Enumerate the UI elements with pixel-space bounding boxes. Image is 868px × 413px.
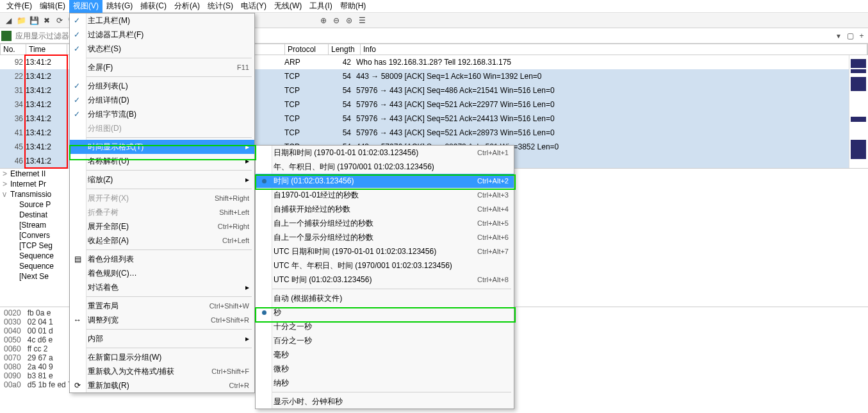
view-menu-item[interactable]: ✓状态栏(S) [70, 42, 254, 56]
time-format-submenu[interactable]: 日期和时间 (1970-01-01 01:02:03.123456)Ctrl+A… [255, 145, 514, 409]
menu-2[interactable]: 视图(V) [69, 0, 102, 13]
col-proto-header[interactable]: Protocol [285, 44, 329, 55]
time-menu-item[interactable]: 自上一个显示分组经过的秒数Ctrl+Alt+6 [256, 230, 514, 244]
view-menu-item[interactable]: 着色规则(C)… [70, 266, 254, 280]
save-icon[interactable]: 💾 [28, 15, 40, 26]
menu-1[interactable]: 编辑(E) [36, 0, 69, 13]
time-menu-item[interactable]: 自动 (根据捕获文件) [256, 291, 514, 305]
time-menu-item[interactable]: UTC 年、年积日、时间 (1970/001 01:02:03.123456) [256, 258, 514, 273]
view-menu-item[interactable]: 名称解析(U)▸ [70, 154, 254, 168]
time-menu-item[interactable]: 百分之一秒 [256, 333, 514, 348]
menu-5[interactable]: 分析(A) [170, 0, 204, 13]
time-menu-item[interactable]: 自1970-01-01经过的秒数Ctrl+Alt+3 [256, 188, 514, 202]
col-len-header[interactable]: Length [329, 44, 361, 55]
time-menu-item[interactable]: 十分之一秒 [256, 319, 514, 333]
time-menu-item[interactable]: 时间 (01:02:03.123456)Ctrl+Alt+2 [256, 174, 514, 188]
view-menu-item[interactable]: 收起全部(A)Ctrl+Left [70, 233, 254, 248]
menu-3[interactable]: 跳转(G) [102, 0, 136, 13]
time-menu-item[interactable]: 显示小时、分钟和秒 [256, 394, 514, 409]
view-menu-item[interactable]: 时间显示格式(T)▸ [70, 140, 254, 154]
view-menu-item[interactable]: ▤着色分组列表 [70, 252, 254, 266]
view-menu-item: 分组图(D) [70, 121, 254, 135]
menubar: 文件(E)编辑(E)视图(V)跳转(G)捕获(C)分析(A)统计(S)电话(Y)… [0, 0, 868, 13]
menu-9[interactable]: 工具(I) [306, 0, 336, 13]
time-menu-item[interactable]: 纳秒 [256, 376, 514, 390]
menu-8[interactable]: 无线(W) [270, 0, 306, 13]
time-menu-item[interactable]: 年、年积日、时间 (1970/001 01:02:03.123456) [256, 160, 514, 174]
view-menu-item[interactable]: 内部▸ [70, 332, 254, 346]
menu-7[interactable]: 电话(Y) [237, 0, 270, 13]
dropdown-icon[interactable]: ▾ [833, 31, 844, 40]
view-menu-item[interactable]: 全屏(F)F11 [70, 60, 254, 74]
open-icon[interactable]: 📁 [15, 15, 27, 26]
time-menu-item[interactable]: 毫秒 [256, 348, 514, 362]
add-icon[interactable]: + [856, 31, 867, 40]
time-menu-item[interactable]: UTC 日期和时间 (1970-01-01 01:02:03.123456)Ct… [256, 244, 514, 258]
view-menu-item[interactable]: ✓主工具栏(M) [70, 13, 254, 28]
view-menu-item[interactable]: ⟳重新加载(R)Ctrl+R [70, 378, 254, 392]
time-menu-item[interactable]: 秒 [256, 305, 514, 319]
view-menu-item[interactable]: ✓分组详情(D) [70, 93, 254, 107]
fin-icon: ◢ [3, 15, 14, 26]
view-menu-item[interactable]: 展开全部(E)Ctrl+Right [70, 219, 254, 233]
view-menu-item: 展开子树(X)Shift+Right [70, 191, 254, 205]
packet-minimap[interactable] [849, 55, 868, 168]
zoom-in-icon[interactable]: ⊕ [318, 15, 329, 26]
col-no-header[interactable]: No. [1, 44, 26, 55]
view-menu-item[interactable]: 在新窗口显示分组(W) [70, 350, 254, 364]
time-menu-item[interactable]: 日期和时间 (1970-01-01 01:02:03.123456)Ctrl+A… [256, 146, 514, 160]
view-menu-item[interactable]: 重新载入为文件格式/捕获Ctrl+Shift+F [70, 364, 254, 378]
view-menu-item: 折叠子树Shift+Left [70, 205, 254, 219]
menu-6[interactable]: 统计(S) [204, 0, 237, 13]
zoom-100-icon[interactable]: ⊜ [343, 15, 355, 26]
time-menu-item[interactable]: 微秒 [256, 362, 514, 376]
menu-4[interactable]: 捕获(C) [136, 0, 170, 13]
menu-0[interactable]: 文件(E) [3, 0, 36, 13]
time-menu-item[interactable]: 自上一个捕获分组经过的秒数Ctrl+Alt+5 [256, 216, 514, 230]
time-menu-item[interactable]: 自捕获开始经过的秒数Ctrl+Alt+4 [256, 202, 514, 216]
view-menu-item[interactable]: ↔调整列宽Ctrl+Shift+R [70, 313, 254, 327]
view-menu-item[interactable]: 对话着色▸ [70, 280, 254, 294]
menu-10[interactable]: 帮助(H) [336, 0, 370, 13]
view-menu-item[interactable]: ✓分组字节流(B) [70, 107, 254, 121]
bookmark-icon[interactable] [1, 31, 12, 41]
zoom-out-icon[interactable]: ⊖ [331, 15, 342, 26]
view-menu-item[interactable]: 缩放(Z)▸ [70, 173, 254, 187]
view-menu-item[interactable]: 重置布局Ctrl+Shift+W [70, 299, 254, 313]
view-menu[interactable]: ✓主工具栏(M)✓过滤器工具栏(F)✓状态栏(S)全屏(F)F11✓分组列表(L… [69, 13, 255, 393]
view-menu-item[interactable]: ✓过滤器工具栏(F) [70, 28, 254, 42]
columns-icon[interactable]: ☰ [356, 15, 368, 26]
time-menu-item[interactable]: UTC 时间 (01:02:03.123456)Ctrl+Alt+8 [256, 273, 514, 287]
expression-icon[interactable]: ▢ [845, 31, 855, 40]
col-info-header[interactable]: Info [361, 44, 867, 55]
col-time-header[interactable]: Time [26, 44, 67, 55]
close-icon[interactable]: ✖ [41, 15, 53, 26]
view-menu-item[interactable]: ✓分组列表(L) [70, 79, 254, 93]
reload-icon[interactable]: ⟳ [54, 15, 65, 26]
